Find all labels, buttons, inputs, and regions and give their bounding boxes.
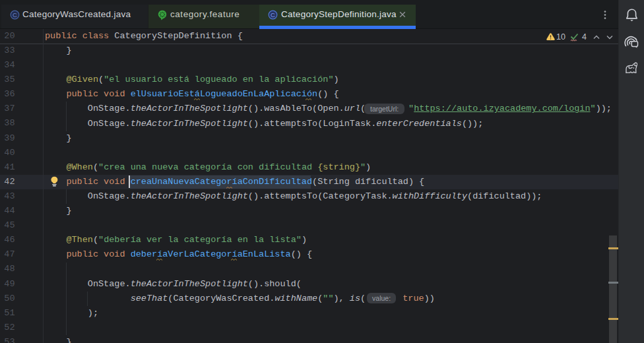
svg-text:C: C bbox=[13, 11, 17, 18]
svg-text:C: C bbox=[271, 11, 275, 18]
